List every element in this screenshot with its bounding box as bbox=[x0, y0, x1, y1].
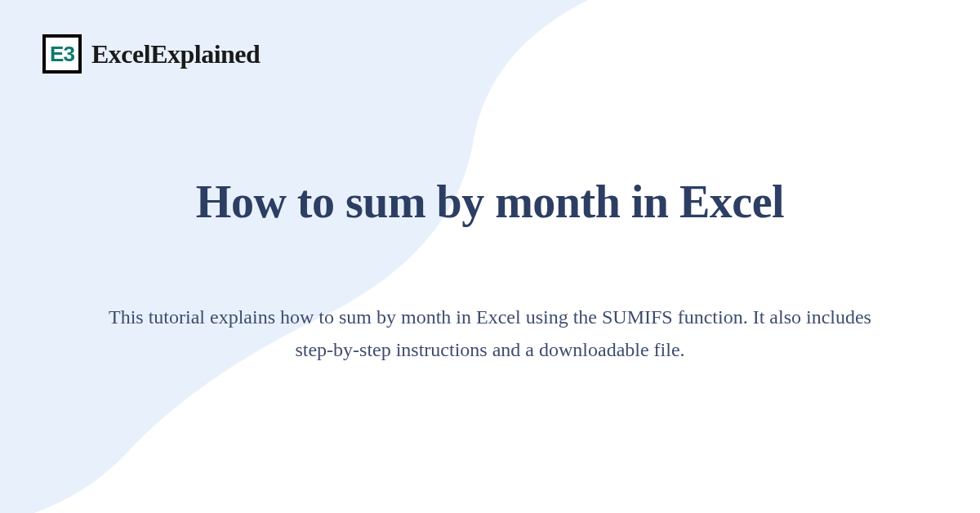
main-content: How to sum by month in Excel This tutori… bbox=[0, 176, 980, 366]
page-description: This tutorial explains how to sum by mon… bbox=[90, 301, 890, 366]
logo-brand-text: ExcelExplained bbox=[91, 39, 260, 69]
page-title: How to sum by month in Excel bbox=[0, 176, 980, 228]
logo-mark-text: E3 bbox=[50, 42, 74, 67]
logo: E3 ExcelExplained bbox=[42, 34, 260, 74]
logo-mark: E3 bbox=[42, 34, 82, 74]
